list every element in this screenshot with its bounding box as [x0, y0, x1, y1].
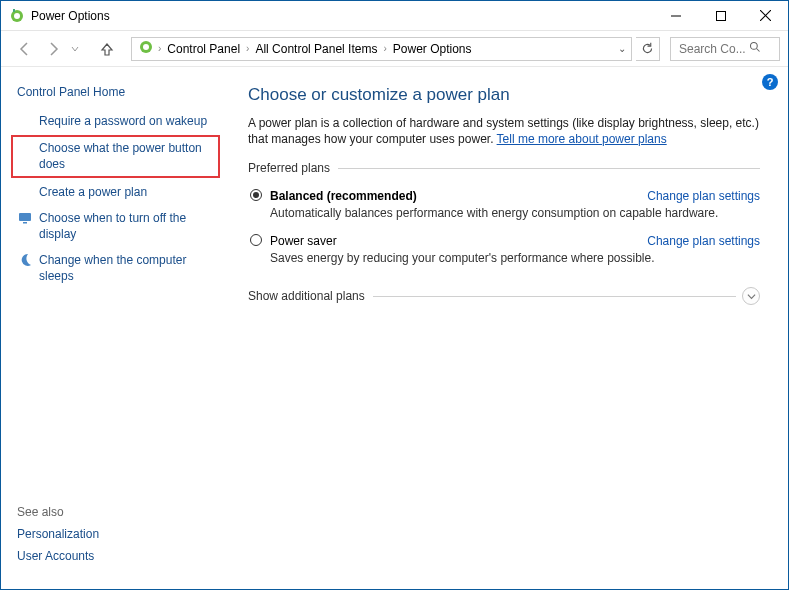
sidebar: Control Panel Home Require a password on…	[1, 67, 228, 589]
search-box[interactable]	[670, 37, 780, 61]
blank-icon	[17, 140, 33, 156]
sidebar-item-label: Change when the computer sleeps	[39, 252, 216, 284]
sidebar-item-label: Choose what the power button does	[39, 140, 214, 172]
history-dropdown[interactable]	[69, 37, 81, 61]
radio-balanced[interactable]	[250, 189, 262, 201]
maximize-button[interactable]	[698, 1, 743, 30]
chevron-down-icon	[747, 292, 756, 301]
sidebar-item-label: Require a password on wakeup	[39, 113, 216, 129]
divider	[373, 296, 736, 297]
plan-description: Automatically balances performance with …	[270, 206, 760, 220]
sidebar-item-turn-off-display[interactable]: Choose when to turn off the display	[17, 210, 216, 242]
blank-icon	[17, 184, 33, 200]
svg-point-9	[751, 43, 758, 50]
see-also-heading: See also	[17, 505, 99, 519]
back-button[interactable]	[13, 37, 37, 61]
divider	[338, 168, 760, 169]
plan-description: Saves energy by reducing your computer's…	[270, 251, 760, 265]
svg-line-10	[757, 49, 760, 52]
breadcrumb-item[interactable]: Control Panel	[163, 42, 244, 56]
preferred-plans-header: Preferred plans	[248, 161, 760, 175]
power-options-icon	[9, 8, 25, 24]
sidebar-item-computer-sleeps[interactable]: Change when the computer sleeps	[17, 252, 216, 284]
chevron-right-icon: ›	[381, 43, 388, 54]
change-plan-settings-link[interactable]: Change plan settings	[647, 234, 760, 248]
address-bar[interactable]: › Control Panel › All Control Panel Item…	[131, 37, 632, 61]
display-icon	[17, 210, 33, 226]
radio-power-saver[interactable]	[250, 234, 262, 246]
minimize-button[interactable]	[653, 1, 698, 30]
show-more-label: Show additional plans	[248, 289, 373, 303]
change-plan-settings-link[interactable]: Change plan settings	[647, 189, 760, 203]
refresh-button[interactable]	[636, 37, 660, 61]
section-label: Preferred plans	[248, 161, 338, 175]
learn-more-link[interactable]: Tell me more about power plans	[497, 132, 667, 146]
up-button[interactable]	[95, 37, 119, 61]
plan-name[interactable]: Balanced (recommended)	[270, 189, 417, 203]
address-dropdown[interactable]: ⌄	[613, 43, 631, 54]
title-bar: Power Options	[1, 1, 788, 31]
toolbar: › Control Panel › All Control Panel Item…	[1, 31, 788, 67]
see-also-section: See also Personalization User Accounts	[17, 505, 99, 571]
breadcrumb-item[interactable]: Power Options	[389, 42, 476, 56]
plan-name[interactable]: Power saver	[270, 234, 337, 248]
sidebar-item-label: Choose when to turn off the display	[39, 210, 216, 242]
control-panel-home-link[interactable]: Control Panel Home	[17, 85, 216, 99]
svg-rect-11	[19, 213, 31, 221]
svg-rect-4	[716, 11, 725, 20]
plan-power-saver: Power saver Change plan settings Saves e…	[248, 230, 760, 275]
close-button[interactable]	[743, 1, 788, 30]
forward-button[interactable]	[41, 37, 65, 61]
see-also-personalization[interactable]: Personalization	[17, 527, 99, 541]
sidebar-item-label: Create a power plan	[39, 184, 216, 200]
moon-icon	[17, 252, 33, 268]
page-heading: Choose or customize a power plan	[248, 85, 760, 105]
sidebar-item-require-password[interactable]: Require a password on wakeup	[17, 113, 216, 129]
highlight-annotation: Choose what the power button does	[11, 135, 220, 178]
page-description: A power plan is a collection of hardware…	[248, 115, 760, 147]
sidebar-item-power-button[interactable]: Choose what the power button does	[17, 140, 214, 172]
window-title: Power Options	[31, 9, 653, 23]
sidebar-item-create-plan[interactable]: Create a power plan	[17, 184, 216, 200]
help-button[interactable]: ?	[762, 74, 778, 90]
content-body: Control Panel Home Require a password on…	[1, 67, 788, 589]
search-icon[interactable]	[749, 41, 761, 56]
main-panel: Choose or customize a power plan A power…	[228, 67, 788, 589]
show-additional-plans: Show additional plans	[248, 287, 760, 305]
blank-icon	[17, 113, 33, 129]
search-input[interactable]	[677, 41, 749, 57]
svg-point-1	[14, 13, 20, 19]
svg-rect-2	[13, 9, 15, 12]
see-also-user-accounts[interactable]: User Accounts	[17, 549, 99, 563]
power-options-icon	[138, 39, 154, 58]
chevron-right-icon: ›	[244, 43, 251, 54]
breadcrumb-item[interactable]: All Control Panel Items	[251, 42, 381, 56]
chevron-right-icon: ›	[156, 43, 163, 54]
svg-point-8	[143, 44, 149, 50]
plan-balanced: Balanced (recommended) Change plan setti…	[248, 185, 760, 230]
svg-rect-12	[23, 222, 27, 224]
expand-button[interactable]	[742, 287, 760, 305]
